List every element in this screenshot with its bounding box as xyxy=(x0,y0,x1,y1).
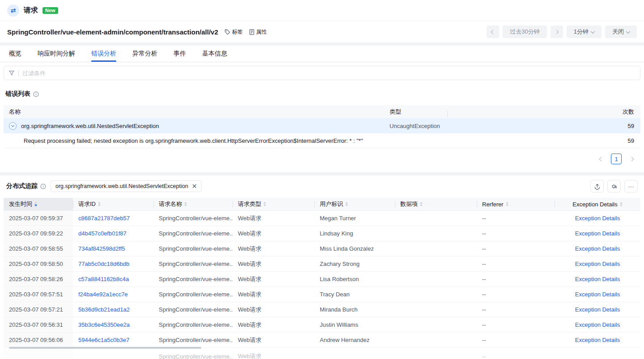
request-id-link-cell: 77ab5c0dc18d6bdb xyxy=(73,256,153,271)
pagination-prev-button[interactable] xyxy=(596,154,606,164)
trace-title: 分布式追踪 xyxy=(6,182,38,190)
close-dropdown[interactable]: 关闭 xyxy=(605,26,637,38)
column-header-request-id[interactable]: 请求ID xyxy=(73,198,153,210)
column-header-name[interactable]: 名称 xyxy=(4,108,388,116)
occurrence-time: 2025-03-07 09:59:37 xyxy=(4,211,73,226)
sort-icon[interactable] xyxy=(620,202,623,206)
exception-details-link[interactable]: Exception Details xyxy=(575,306,620,313)
info-icon[interactable] xyxy=(33,91,39,97)
trace-table-row: 2025-03-07 09:56:3135b3c6e45350ee2aSprin… xyxy=(4,317,640,333)
request-id-link[interactable]: 734af842598d2ff5 xyxy=(78,245,125,252)
column-header-type[interactable]: 类型 xyxy=(388,108,447,116)
sort-icon[interactable] xyxy=(420,202,423,206)
tab-exception-analysis[interactable]: 异常分析 xyxy=(132,46,157,62)
referrer-value: -- xyxy=(477,256,555,271)
request-type: Web请求 xyxy=(233,349,314,359)
column-header-request-name[interactable]: 请求名称 xyxy=(153,198,233,210)
sort-icon[interactable] xyxy=(263,202,266,206)
request-id-link[interactable]: f24ba4e92a1ecc7e xyxy=(78,291,128,298)
interval-dropdown[interactable]: 1分钟 xyxy=(567,26,602,38)
exception-details-link[interactable]: Exception Details xyxy=(575,337,620,343)
exception-details-link[interactable]: Exception Details xyxy=(575,276,620,282)
column-header-user-identifier[interactable]: 用户标识 xyxy=(314,198,395,210)
tab-basic-info[interactable]: 基本信息 xyxy=(202,46,227,62)
request-name: SpringController/vue-eleme... xyxy=(153,317,233,332)
referrer-value: -- xyxy=(477,333,555,347)
pagination-next-button[interactable] xyxy=(626,154,637,164)
request-id-link[interactable]: d4b457c0efb01f87 xyxy=(78,230,127,237)
request-type: Web请求 xyxy=(233,241,314,256)
request-id-link[interactable]: 77ab5c0dc18d6bdb xyxy=(78,261,129,267)
chip-close-icon[interactable]: ✕ xyxy=(192,183,197,189)
attributes-link[interactable]: 属性 xyxy=(249,28,267,36)
sort-icon[interactable] xyxy=(184,202,187,206)
tab-overview[interactable]: 概览 xyxy=(9,46,21,62)
request-id-link-cell: c8687a21787deb57 xyxy=(73,211,153,226)
error-type: UncaughtException xyxy=(388,123,447,129)
error-row[interactable]: org.springframework.web.util.NestedServl… xyxy=(4,118,640,133)
request-id-link-cell: 5944e6c1a5c0b3e7 xyxy=(73,333,153,347)
column-header-data-item[interactable]: 数据项 xyxy=(395,198,477,210)
sort-icon[interactable] xyxy=(34,202,37,206)
trace-table-body: 2025-03-07 09:59:37c8687a21787deb57Sprin… xyxy=(4,211,640,348)
request-id-link[interactable]: 5b36d9cb21ead1a2 xyxy=(78,306,130,313)
tab-response-time-breakdown[interactable]: 响应时间分解 xyxy=(38,46,75,62)
column-header-request-type[interactable]: 请求类型 xyxy=(233,198,314,210)
chevron-left-icon xyxy=(599,157,603,161)
column-header-referrer[interactable]: Rerferer xyxy=(477,198,555,210)
exception-details-link[interactable]: Exception Details xyxy=(575,261,620,267)
user-identifier: Justin Williams xyxy=(314,317,395,332)
user-identifier: Zachary Strong xyxy=(314,256,395,271)
sort-icon[interactable] xyxy=(506,202,508,206)
trace-table-row: 2025-03-07 09:56:065944e6c1a5c0b3e7Sprin… xyxy=(4,333,640,348)
data-item xyxy=(395,241,477,256)
column-header-occurrence-time[interactable]: 发生时间 xyxy=(4,198,73,210)
filter-chip: org.springframework.web.util.NestedServl… xyxy=(51,180,202,192)
request-id-link[interactable]: 5944e6c1a5c0b3e7 xyxy=(78,337,129,343)
request-id-link[interactable]: 35b3c6e45350ee2a xyxy=(78,321,130,328)
next-time-button[interactable] xyxy=(551,26,563,38)
tab-error-analysis[interactable]: 错误分析 xyxy=(91,46,116,62)
exception-details-link-cell: Exception Details xyxy=(555,226,640,241)
user-identifier: Tracy Dean xyxy=(314,287,395,302)
exception-details-link[interactable]: Exception Details xyxy=(575,245,620,252)
sort-icon[interactable] xyxy=(98,202,101,206)
exception-details-link[interactable]: Exception Details xyxy=(575,230,620,237)
data-item xyxy=(395,333,477,347)
time-range-button[interactable]: 过去30分钟 xyxy=(503,26,547,38)
referrer-value: -- xyxy=(477,226,555,241)
more-button[interactable]: ··· xyxy=(624,180,638,192)
request-id-link-cell: d4b457c0efb01f87 xyxy=(73,226,153,241)
tags-link[interactable]: 标签 xyxy=(225,28,243,36)
occurrence-time: 2025-03-07 09:59:22 xyxy=(4,226,73,241)
request-id-link-cell: 5b36d9cb21ead1a2 xyxy=(73,302,153,317)
pagination-page-1[interactable]: 1 xyxy=(611,154,622,164)
info-icon[interactable] xyxy=(40,184,46,189)
trace-table-row: 2025-03-07 09:59:37c8687a21787deb57Sprin… xyxy=(4,211,640,226)
request-id-link[interactable]: c8687a21787deb57 xyxy=(78,215,130,222)
filter-input[interactable] xyxy=(22,70,636,77)
exception-details-link[interactable]: Exception Details xyxy=(575,215,620,222)
error-list-title: 错误列表 xyxy=(5,90,30,98)
export-button[interactable] xyxy=(590,180,604,192)
close-label: 关闭 xyxy=(612,28,624,36)
collapse-row-icon[interactable] xyxy=(9,122,17,130)
column-header-exception-details[interactable]: Exception Details xyxy=(555,198,640,210)
divider xyxy=(18,70,19,76)
exception-details-link-cell: Exception Details xyxy=(555,241,640,256)
request-id-link[interactable]: c57a8841162b8c4a xyxy=(78,276,129,282)
filter-bar xyxy=(4,66,640,80)
request-id-link-cell: f24ba4e92a1ecc7e xyxy=(73,287,153,302)
column-settings-button[interactable] xyxy=(607,180,621,192)
column-header-count[interactable]: 次数 xyxy=(447,108,640,116)
tab-events[interactable]: 事件 xyxy=(174,46,186,62)
exception-details-link[interactable]: Exception Details xyxy=(575,321,620,328)
sort-icon[interactable] xyxy=(345,202,348,206)
pagination: 1 xyxy=(7,154,637,164)
document-icon xyxy=(249,29,254,35)
exception-details-link[interactable]: Exception Details xyxy=(575,291,620,298)
trace-table-row: 2025-03-07 09:57:51f24ba4e92a1ecc7eSprin… xyxy=(4,287,640,302)
user-identifier: Lisa Robertson xyxy=(314,272,395,286)
error-list-section-title: 错误列表 xyxy=(5,90,639,98)
prev-time-button[interactable] xyxy=(487,26,499,38)
